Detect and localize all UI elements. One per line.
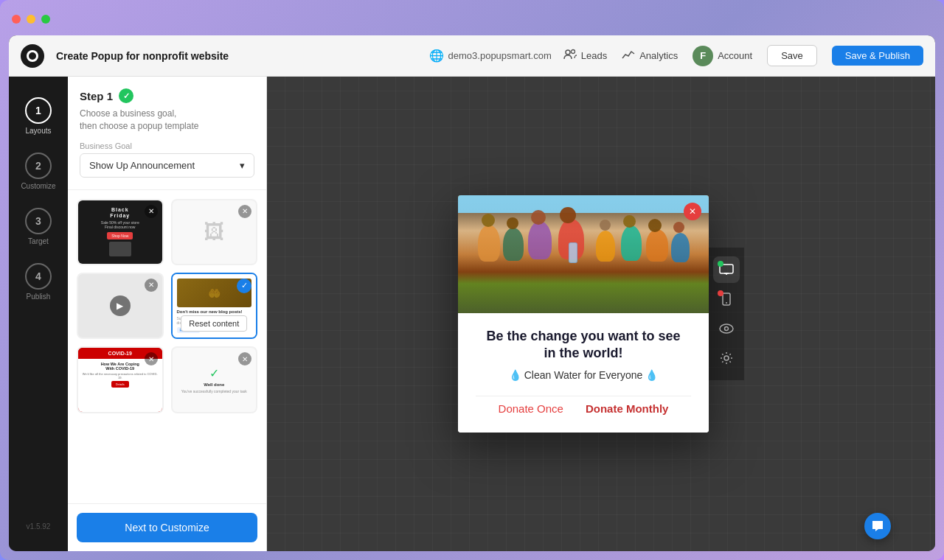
step-indicator: Step 1 ✓	[80, 88, 254, 103]
desktop-view-button[interactable]	[713, 256, 740, 283]
chevron-down-icon: ▾	[240, 160, 245, 171]
window-close-dot[interactable]	[12, 15, 21, 24]
template-card-empty-inner: ✕ 🖼	[173, 200, 257, 264]
step-3-target[interactable]: 3 Target	[9, 202, 68, 251]
crowd-bg	[458, 195, 709, 313]
template-card-blog-inner: ✓ 🤲 Don't miss our new blog posts! Subsc…	[173, 274, 257, 337]
popup-buttons: Donate Once Donate Monthly	[476, 396, 691, 415]
analytics-link[interactable]: Analytics	[622, 49, 678, 63]
template-dismiss-icon[interactable]: ✕	[145, 205, 158, 218]
site-url-display: 🌐 demo3.popupsmart.com	[429, 49, 552, 63]
template-dismiss-icon[interactable]: ✕	[238, 205, 251, 218]
bf-img	[109, 242, 131, 256]
step-check-icon: ✓	[119, 88, 133, 103]
template-card-video[interactable]: ✕ ▶	[77, 273, 164, 339]
blog-title: Don't miss our new blog posts!	[177, 309, 252, 314]
templates-panel: Step 1 ✓ Choose a business goal,then cho…	[68, 77, 267, 551]
template-card-inner: ✕ BlackFriday Sale 50% off your storeFin…	[78, 200, 162, 264]
mobile-view-button[interactable]	[713, 286, 740, 312]
svg-point-9	[720, 324, 733, 333]
account-link[interactable]: F Account	[693, 46, 752, 66]
bf-subtitle: Sale 50% off your storeFinal discount no…	[101, 220, 139, 229]
covid-btn: Details	[111, 381, 129, 388]
leads-label: Leads	[581, 50, 607, 61]
preview-area: ✕	[267, 77, 935, 551]
leads-icon	[563, 49, 577, 63]
main-content: 1 Layouts 2 Customize 3 Target 4 Publish…	[9, 77, 935, 551]
avatar: F	[693, 46, 713, 66]
play-icon: ▶	[110, 295, 131, 316]
preview-button[interactable]	[713, 315, 740, 342]
covid-body: How We Are CopingWith COVID-19 We'd like…	[78, 359, 162, 411]
bf-label: BlackFriday	[110, 207, 130, 218]
svg-point-10	[725, 327, 729, 331]
mobile-dot	[718, 290, 723, 296]
step-2-circle: 2	[25, 153, 52, 179]
template-card-welldone[interactable]: ✕ ✓ Well done You've successfully comple…	[171, 346, 258, 413]
popup-image	[458, 195, 709, 313]
covid-title: How We Are CopingWith COVID-19	[101, 362, 139, 371]
site-url-text: demo3.popupsmart.com	[448, 50, 552, 61]
step-1-layouts[interactable]: 1 Layouts	[9, 91, 68, 141]
reset-content-button[interactable]: Reset content	[181, 315, 247, 332]
template-dismiss-icon[interactable]: ✕	[145, 279, 158, 292]
template-dismiss-icon[interactable]: ✕	[145, 352, 158, 365]
business-goal-label: Business Goal	[80, 141, 254, 150]
image-overlay	[458, 195, 709, 313]
template-card-black-friday[interactable]: ✕ BlackFriday Sale 50% off your storeFin…	[77, 199, 164, 265]
popup-preview: ✕	[458, 195, 709, 433]
app-window: Create Popup for nonprofit website 🌐 dem…	[9, 35, 935, 551]
welldone-check-icon: ✓	[209, 366, 219, 380]
next-to-customize-button[interactable]: Next to Customize	[77, 513, 257, 542]
step-1-label: Layouts	[25, 127, 51, 135]
template-card-blog[interactable]: ✓ 🤲 Don't miss our new blog posts! Subsc…	[171, 273, 258, 339]
business-goal-value: Show Up Announcement	[89, 160, 195, 171]
popup-content: Be the change you want to seein the worl…	[458, 313, 709, 433]
save-button[interactable]: Save	[767, 45, 817, 66]
step-1-circle: 1	[25, 97, 52, 124]
step-4-publish[interactable]: 4 Publish	[9, 257, 68, 307]
page-title: Create Popup for nonprofit website	[56, 50, 417, 62]
analytics-icon	[622, 49, 635, 63]
version-label: v1.5.92	[21, 517, 57, 536]
leads-link[interactable]: Leads	[563, 49, 607, 63]
svg-point-1	[29, 52, 36, 60]
step-4-circle: 4	[25, 263, 52, 290]
panel-header: Step 1 ✓ Choose a business goal,then cho…	[68, 77, 266, 190]
popup-close-button[interactable]: ✕	[684, 203, 701, 220]
template-card-welldone-inner: ✕ ✓ Well done You've successfully comple…	[173, 348, 257, 411]
covid-text: We'd like all the necessary precautions …	[81, 372, 159, 379]
svg-point-11	[724, 356, 729, 360]
panel-subtitle: Choose a business goal,then choose a pop…	[80, 108, 254, 133]
template-card-covid-inner: ✕ COVID-19 How We Are CopingWith COVID-1…	[78, 348, 162, 411]
globe-icon: 🌐	[429, 49, 444, 63]
donate-monthly-button[interactable]: Donate Monthly	[586, 402, 669, 415]
svg-point-3	[571, 49, 575, 53]
save-publish-button[interactable]: Save & Publish	[832, 46, 923, 66]
step-4-label: Publish	[27, 293, 51, 301]
window-maximize-dot[interactable]	[41, 15, 50, 24]
panel-footer: Next to Customize	[68, 503, 266, 551]
popup-sub-text: 💧 Clean Water for Everyone 💧	[476, 369, 691, 381]
nav-actions: Leads Analytics F Account Save Save & Pu…	[563, 45, 923, 66]
template-card-covid[interactable]: ✕ COVID-19 How We Are CopingWith COVID-1…	[77, 346, 164, 413]
donate-once-button[interactable]: Donate Once	[499, 402, 563, 415]
templates-grid: ✕ BlackFriday Sale 50% off your storeFin…	[68, 190, 266, 503]
window-minimize-dot[interactable]	[27, 15, 35, 24]
welldone-title: Well done	[204, 382, 224, 387]
settings-button[interactable]	[713, 345, 740, 371]
step-2-customize[interactable]: 2 Customize	[9, 147, 68, 196]
svg-point-2	[566, 50, 570, 55]
business-goal-select[interactable]: Show Up Announcement ▾	[80, 153, 254, 178]
template-card-empty[interactable]: ✕ 🖼	[171, 199, 258, 265]
analytics-label: Analytics	[639, 50, 678, 61]
step-indicator-label: Step 1	[80, 90, 113, 102]
steps-sidebar: 1 Layouts 2 Customize 3 Target 4 Publish…	[9, 77, 68, 551]
step-2-label: Customize	[21, 182, 55, 190]
template-selected-checkmark: ✓	[237, 279, 251, 293]
image-placeholder-icon: 🖼	[204, 220, 224, 244]
welldone-text: You've successfully completed your task	[181, 389, 247, 393]
popup-main-text: Be the change you want to seein the worl…	[476, 328, 691, 363]
chat-button[interactable]	[864, 513, 891, 539]
device-toolbar	[709, 248, 744, 380]
